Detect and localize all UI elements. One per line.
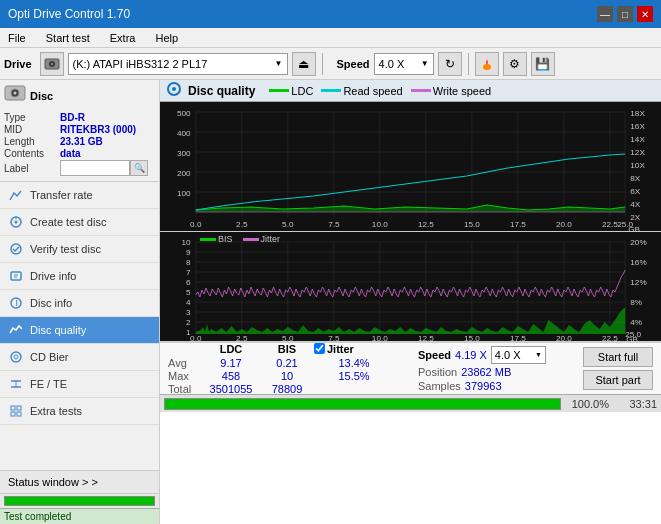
- svg-text:22.5: 22.5: [602, 220, 618, 229]
- svg-rect-11: [11, 272, 21, 280]
- progress-bar-container: 100.0% 33:31: [160, 394, 661, 412]
- svg-text:200: 200: [177, 169, 191, 178]
- jitter-checkbox[interactable]: [314, 343, 325, 354]
- menu-extra[interactable]: Extra: [106, 31, 140, 45]
- speed-section: Speed 4.19 X 4.0 X ▼ Position 23862 MB S…: [418, 346, 546, 392]
- progress-bar: [164, 398, 561, 410]
- content-area: Disc quality LDC Read speed Write speed: [160, 80, 661, 524]
- settings-button[interactable]: ⚙: [503, 52, 527, 76]
- separator2: [468, 53, 469, 75]
- refresh-button[interactable]: ↻: [438, 52, 462, 76]
- restore-button[interactable]: □: [617, 6, 633, 22]
- svg-text:0.0: 0.0: [190, 220, 202, 229]
- sidebar-item-extra-tests[interactable]: Extra tests: [0, 398, 159, 425]
- fe-te-label: FE / TE: [30, 378, 67, 390]
- bis-col-header: BIS: [262, 343, 312, 355]
- minimize-button[interactable]: —: [597, 6, 613, 22]
- chart1-legend: LDC Read speed Write speed: [269, 85, 491, 97]
- bis-avg: 0.21: [262, 357, 312, 369]
- disc-quality-label: Disc quality: [30, 324, 86, 336]
- app-title: Opti Drive Control 1.70: [8, 7, 130, 21]
- sidebar-item-disc-info[interactable]: i Disc info: [0, 290, 159, 317]
- disc-info-label: Disc info: [30, 297, 72, 309]
- svg-point-17: [14, 355, 18, 359]
- menu-help[interactable]: Help: [151, 31, 182, 45]
- position-value: 23862 MB: [461, 366, 511, 378]
- disc-length-row: Length 23.31 GB: [4, 136, 155, 147]
- jitter-legend: Jitter: [243, 234, 281, 244]
- sidebar-item-drive-info[interactable]: Drive info: [0, 263, 159, 290]
- sidebar-item-verify-test-disc[interactable]: Verify test disc: [0, 236, 159, 263]
- stats-bar: LDC BIS Jitter Avg 9.17 0.21 13.4% Max: [160, 342, 661, 394]
- disc-mid-label: MID: [4, 124, 60, 135]
- svg-text:17.5: 17.5: [510, 220, 526, 229]
- samples-row: Samples 379963: [418, 380, 546, 392]
- ldc-total: 3501055: [202, 383, 260, 395]
- ldc-legend: LDC: [269, 85, 313, 97]
- position-label: Position: [418, 366, 457, 378]
- read-speed-legend-label: Read speed: [343, 85, 402, 97]
- disc-label-button[interactable]: 🔍: [130, 160, 148, 176]
- window-controls: — □ ✕: [597, 6, 653, 22]
- menu-file[interactable]: File: [4, 31, 30, 45]
- svg-text:10: 10: [182, 238, 192, 247]
- svg-text:18X: 18X: [630, 109, 645, 118]
- main-layout: Disc Type BD-R MID RITEKBR3 (000) Length…: [0, 80, 661, 524]
- sidebar-item-disc-quality[interactable]: Disc quality: [0, 317, 159, 344]
- flame-icon: [480, 57, 494, 71]
- fe-te-icon: [8, 376, 24, 392]
- svg-rect-24: [17, 412, 21, 416]
- save-button[interactable]: 💾: [531, 52, 555, 76]
- menu-start-test[interactable]: Start test: [42, 31, 94, 45]
- disc-length-label: Length: [4, 136, 60, 147]
- svg-text:2: 2: [186, 318, 191, 327]
- sidebar-status: Test completed: [0, 508, 159, 524]
- status-window-button[interactable]: Status window > >: [0, 470, 159, 493]
- stats-table: LDC BIS Jitter Avg 9.17 0.21 13.4% Max: [168, 343, 394, 395]
- chevron-down-icon: ▼: [275, 59, 283, 68]
- disc-panel: Disc Type BD-R MID RITEKBR3 (000) Length…: [0, 80, 159, 182]
- eject-button[interactable]: ⏏: [292, 52, 316, 76]
- avg-row: Avg 9.17 0.21 13.4%: [168, 357, 394, 369]
- drive-select[interactable]: (K:) ATAPI iHBS312 2 PL17 ▼: [68, 53, 288, 75]
- disc-label-row: Label 🔍: [4, 160, 155, 176]
- disc-type-label: Type: [4, 112, 60, 123]
- disc-quality-icon: [8, 322, 24, 338]
- toolbar: Drive (K:) ATAPI iHBS312 2 PL17 ▼ ⏏ Spee…: [0, 48, 661, 80]
- empty-col: [168, 343, 200, 355]
- jitter-max: 15.5%: [314, 370, 394, 382]
- write-speed-legend: Write speed: [411, 85, 492, 97]
- disc-mid-value: RITEKBR3 (000): [60, 124, 136, 135]
- start-full-button[interactable]: Start full: [583, 347, 653, 367]
- sidebar-item-create-test-disc[interactable]: Create test disc: [0, 209, 159, 236]
- close-button[interactable]: ✕: [637, 6, 653, 22]
- svg-text:4: 4: [186, 298, 191, 307]
- svg-text:22.5: 22.5: [602, 334, 618, 342]
- bis-color: [200, 238, 216, 241]
- ldc-color: [269, 89, 289, 92]
- samples-value: 379963: [465, 380, 502, 392]
- svg-text:12X: 12X: [630, 148, 645, 157]
- sidebar-item-transfer-rate[interactable]: Transfer rate: [0, 182, 159, 209]
- start-part-button[interactable]: Start part: [583, 370, 653, 390]
- separator: [322, 53, 323, 75]
- disc-mid-row: MID RITEKBR3 (000): [4, 124, 155, 135]
- svg-rect-27: [160, 102, 661, 232]
- drive-icon-btn[interactable]: [40, 52, 64, 76]
- speed-dropdown[interactable]: 4.0 X ▼: [491, 346, 546, 364]
- disc-length-value: 23.31 GB: [60, 136, 103, 147]
- speed-label: Speed: [418, 349, 451, 361]
- sidebar-item-cd-bier[interactable]: CD Bier: [0, 344, 159, 371]
- burn-button[interactable]: [475, 52, 499, 76]
- svg-text:4%: 4%: [630, 318, 642, 327]
- transfer-rate-label: Transfer rate: [30, 189, 93, 201]
- svg-text:100: 100: [177, 189, 191, 198]
- svg-text:10.0: 10.0: [372, 220, 388, 229]
- disc-label-input[interactable]: [60, 160, 130, 176]
- speed-chevron-icon: ▼: [535, 351, 542, 358]
- sidebar-item-fe-te[interactable]: FE / TE: [0, 371, 159, 398]
- total-label: Total: [168, 383, 200, 395]
- samples-label: Samples: [418, 380, 461, 392]
- menubar: File Start test Extra Help: [0, 28, 661, 48]
- speed-select[interactable]: 4.0 X ▼: [374, 53, 434, 75]
